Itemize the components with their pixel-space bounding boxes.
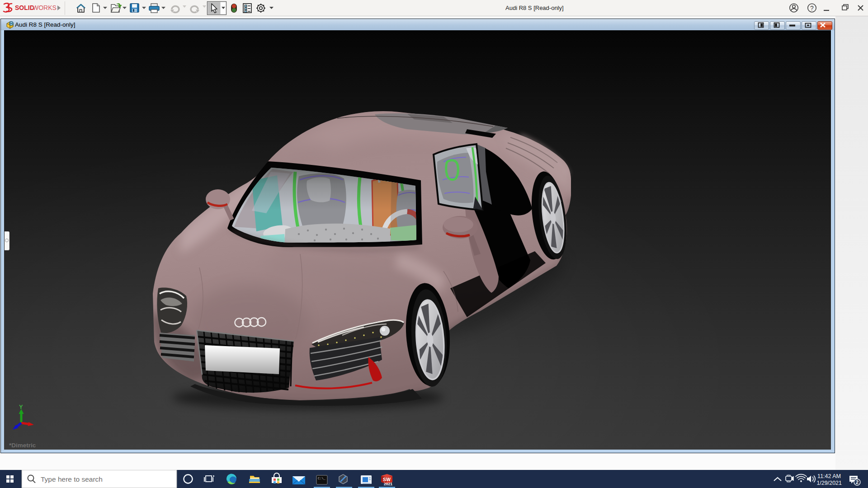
svg-text:SOLID: SOLID — [15, 4, 34, 11]
svg-text:2: 2 — [856, 479, 859, 485]
svg-text:Y: Y — [19, 404, 23, 410]
svg-text:*Dimetric: *Dimetric — [9, 442, 36, 449]
svg-text:1/29/2021: 1/29/2021 — [816, 480, 842, 486]
svg-text:C:\_: C:\_ — [318, 477, 326, 480]
svg-text:WORKS: WORKS — [33, 4, 57, 11]
svg-text:?: ? — [810, 5, 814, 12]
svg-text:Type here to search: Type here to search — [41, 475, 103, 483]
svg-text:2021: 2021 — [384, 482, 392, 486]
svg-text:11:42 AM: 11:42 AM — [817, 473, 841, 479]
